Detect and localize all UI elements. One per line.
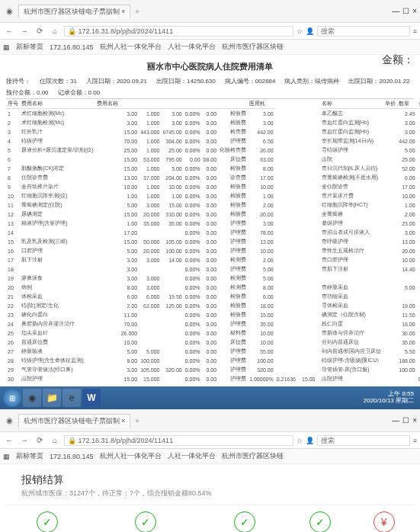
forward-icon[interactable]: → bbox=[18, 25, 30, 37]
chrome-logo-icon: ◉ bbox=[3, 5, 15, 18]
bookmark-item[interactable]: 172.16.80.145 bbox=[50, 453, 94, 460]
reload-icon[interactable]: ⟳ bbox=[34, 434, 46, 447]
cell bbox=[383, 173, 397, 182]
cell: 检验费 bbox=[218, 164, 248, 173]
back-icon[interactable]: ← bbox=[3, 434, 15, 447]
cell: 3.000 bbox=[139, 283, 161, 292]
cell: 0.00% bbox=[184, 319, 202, 328]
bookmark-item[interactable]: 杭州人社一体化平台 bbox=[100, 42, 162, 52]
search-input[interactable] bbox=[317, 26, 410, 37]
cell bbox=[383, 246, 397, 255]
table-row: 红细胞沉降率(HCT)1.0033.00 (7201010330)红细胞沉降(H… bbox=[320, 200, 420, 210]
taskbar-clock[interactable]: 上午 8:55 2020/10/13 星期二 bbox=[364, 391, 417, 405]
menu-icon[interactable]: ≡ bbox=[413, 437, 417, 444]
tb-folder-icon[interactable]: 📁 bbox=[43, 389, 61, 407]
cell: 3 bbox=[417, 338, 420, 347]
cell: 10.00 bbox=[248, 246, 275, 255]
cell bbox=[95, 283, 120, 292]
cell: 口腔护理 bbox=[20, 246, 95, 255]
close-icon[interactable]: × bbox=[121, 417, 125, 425]
cell: 0.00 bbox=[202, 210, 219, 219]
cell: 19.50 bbox=[161, 292, 183, 301]
start-button[interactable]: ⊞ bbox=[3, 389, 21, 407]
cell: 13.00 bbox=[397, 237, 416, 246]
cell: 3.00 bbox=[417, 292, 420, 301]
back-icon[interactable]: ← bbox=[3, 25, 15, 37]
apps-icon[interactable]: ▦ bbox=[3, 453, 10, 460]
window-minimize-icon[interactable]: — bbox=[392, 7, 399, 15]
bookmark-item[interactable]: 人社一体化平台 bbox=[168, 42, 216, 52]
bookmark-item[interactable]: 人社一体化平台 bbox=[168, 451, 216, 461]
cell: 310.00 bbox=[161, 210, 183, 219]
forward-icon[interactable]: → bbox=[18, 434, 30, 447]
home-icon[interactable]: ⌂ bbox=[49, 434, 61, 447]
cell bbox=[161, 356, 183, 365]
check-icon: ✓ bbox=[234, 511, 255, 532]
workflow-step: ✓支付复核2020-09-16 15:47超级管理员 已复核通过（14日内）综合… bbox=[99, 511, 193, 532]
cell bbox=[383, 292, 397, 301]
cell bbox=[383, 164, 397, 173]
url-input[interactable]: 🔒 172.16.31.8/p/pjhd/2024/11411 bbox=[64, 26, 293, 37]
cell: 检验费 bbox=[218, 118, 248, 127]
cell: 1.000 bbox=[139, 146, 161, 155]
table-row: (7401002056)翻身治疗 bbox=[320, 274, 420, 283]
home-icon[interactable]: ⌂ bbox=[49, 25, 61, 37]
star-icon[interactable]: ☆ bbox=[297, 437, 303, 444]
browser-tab-1[interactable]: 杭州市医疗器区块链电子票据制× bbox=[18, 5, 130, 18]
window-close-icon[interactable]: × bbox=[412, 7, 417, 15]
cell: 18 bbox=[6, 264, 20, 274]
new-tab-button[interactable]: ＋ bbox=[133, 6, 141, 17]
cell: 0.00% bbox=[184, 182, 202, 191]
cell bbox=[383, 228, 397, 237]
cell: 0.00% bbox=[184, 173, 202, 182]
close-icon[interactable]: × bbox=[121, 8, 125, 15]
hdr: 接待号： bbox=[6, 77, 30, 85]
browser-tab-2[interactable]: 杭州市医疗器区块链电子票据制× bbox=[18, 414, 130, 428]
tb-word-icon[interactable]: W bbox=[82, 389, 101, 407]
cell bbox=[95, 319, 120, 328]
window-close-icon[interactable]: × bbox=[412, 416, 417, 425]
bookmark-item[interactable]: 杭州市医疗器区块链 bbox=[222, 42, 284, 52]
table-row: 5尿液分析+尿沉渣定量/识别(仪)25.001.00025.000.00%0.0… bbox=[6, 146, 317, 155]
bookmark-item[interactable]: 杭州人社一体化平台 bbox=[100, 451, 162, 461]
cell bbox=[383, 182, 397, 191]
cell: 20.00 bbox=[248, 210, 275, 219]
window-maximize-icon[interactable]: ☐ bbox=[402, 7, 409, 15]
apps-icon[interactable]: ▦ bbox=[3, 43, 10, 51]
profile-icon[interactable]: 👤 bbox=[306, 27, 314, 35]
profile-icon[interactable]: 👤 bbox=[306, 437, 314, 444]
cell: 1.00 bbox=[161, 191, 183, 200]
bookmark-item[interactable]: 杭州市医疗器区块链 bbox=[222, 451, 284, 461]
col-header: 医用耗 bbox=[248, 99, 275, 109]
tb-chrome-icon[interactable]: ◉ bbox=[23, 389, 41, 407]
star-icon[interactable]: ☆ bbox=[297, 27, 303, 35]
cell: 3.00 bbox=[120, 274, 139, 283]
cell: 3 bbox=[417, 118, 420, 127]
cell: 特(除)测定/生化 bbox=[20, 301, 95, 310]
cell: 查肠道与营养治疗 bbox=[320, 328, 384, 338]
table-row: 24鼻腔肠内营养灌注治疗70.000.00%0.00护理费35.00 bbox=[6, 319, 317, 328]
cell: 术红细胞检测(Mc) bbox=[20, 118, 95, 127]
menu-icon[interactable]: ≡ bbox=[413, 27, 417, 35]
bookmark-bar-2: ▦ 新标签页 172.16.80.145 杭州人社一体化平台 人社一体化平台 杭… bbox=[0, 449, 420, 464]
cell: 5 bbox=[417, 328, 420, 338]
cell: 63.00 bbox=[248, 155, 275, 164]
bookmark-item[interactable]: 172.16.80.145 bbox=[50, 43, 94, 51]
url-input[interactable]: 🔒 172.16.31.8/p/pjhd/2024/11411 bbox=[64, 435, 293, 446]
table-row: 查日沉代制(IL床人员待)52.0015780.00 (7202000102)强… bbox=[320, 164, 420, 173]
cell: 材料费 bbox=[218, 328, 248, 338]
table-row: 查排出者成可排液入3.0060180.00 (7401001002)呼吸防体液 bbox=[320, 228, 420, 237]
search-input[interactable] bbox=[317, 435, 410, 446]
cell: 35.000 bbox=[139, 219, 161, 228]
cell bbox=[383, 301, 397, 310]
reload-icon[interactable]: ⟳ bbox=[34, 25, 46, 37]
cell: 2.00 bbox=[248, 200, 275, 210]
cell bbox=[383, 255, 397, 264]
cell bbox=[161, 283, 183, 292]
window-minimize-icon[interactable]: — bbox=[392, 416, 399, 425]
cell: 20.000 bbox=[139, 210, 161, 219]
new-tab-button[interactable]: ＋ bbox=[133, 415, 141, 426]
window-maximize-icon[interactable]: ☐ bbox=[402, 416, 409, 425]
cell bbox=[95, 219, 120, 228]
tb-ie-icon[interactable]: e bbox=[63, 389, 81, 407]
